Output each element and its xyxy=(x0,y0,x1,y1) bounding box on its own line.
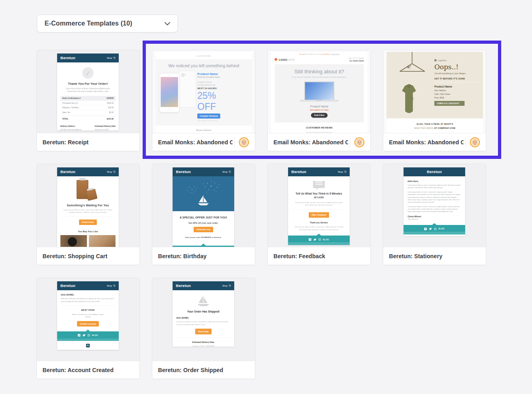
template-thumbnail[interactable]: Beretun Shop Your Order Has Shipped! Hel… xyxy=(152,278,255,361)
brand-logo: Beretun xyxy=(427,170,442,174)
template-category-label: E-Commerce Templates (10) xyxy=(45,20,132,27)
cart-icon xyxy=(113,171,115,173)
product-subtitle: Phone by Company Name. xyxy=(197,76,220,79)
template-card-abandoned-cart-2[interactable]: LOGOHERE We noticed you left something b… xyxy=(152,50,255,151)
paragraph: Lorem ipsum dolor sit amet, consectetur … xyxy=(408,191,461,203)
logo-placeholder: LogoHere xyxy=(438,59,447,62)
product-name: Product Name xyxy=(278,105,361,108)
feedback-title: Tell Us What You Think in 5 Minutes or L… xyxy=(295,192,343,199)
preview-confirm-button: Confirm account xyxy=(77,321,99,327)
cart1-subtext: If you still can't decided, check out th… xyxy=(278,76,361,78)
email-preview-cart3: LogoHere Oops..! You left something on y… xyxy=(387,52,483,133)
divider xyxy=(176,337,231,338)
customer-reviews-label: CUSTOMER REVIEWS xyxy=(271,126,367,129)
product-color: Color: Olive Green xyxy=(434,93,478,95)
template-title: Beretun: Feedback xyxy=(273,253,365,259)
product-image-flasks xyxy=(57,178,119,203)
brand-mark: B xyxy=(86,344,90,347)
promo-code-text: Enter promo code CELEBRATE at checkout. xyxy=(173,236,234,238)
receipt-table: Order Confirmation #2345678 Purchased It… xyxy=(60,96,115,122)
template-card-abandoned-cart-1[interactable]: Discount Email Worth this in the last 24… xyxy=(267,50,371,151)
suggested-product-image xyxy=(60,235,87,247)
product-name: Product Name xyxy=(434,85,478,88)
divider xyxy=(61,306,115,306)
shopping-body: Lorem ipsum dolor sit amet, consectetur … xyxy=(61,208,115,214)
buyers-opinion-label: Buyers Opinion xyxy=(156,129,252,131)
label-divider xyxy=(465,137,466,148)
product-name: Product Name xyxy=(197,72,220,76)
paragraph: Lorem ipsum dolor sit amet, consectetur … xyxy=(408,184,461,189)
template-category-select[interactable]: E-Commerce Templates (10) xyxy=(37,15,178,32)
hanger-illustration xyxy=(392,52,428,84)
template-card-order-shipped[interactable]: Beretun Shop Your Order Has Shipped! Hel… xyxy=(152,278,255,379)
template-card-birthday[interactable]: Beretun Shop A SPECIAL OFFER JUST xyxy=(152,164,255,265)
email-preview-receipt: Beretun Shop ✓ Thank You For Your Order!… xyxy=(57,54,119,131)
template-thumbnail[interactable]: Beretun Shop Tell Us What You Think in 5… xyxy=(268,164,370,247)
template-title: Beretun: Receipt xyxy=(43,139,134,146)
template-card-feedback[interactable]: Beretun Shop Tell Us What You Think in 5… xyxy=(267,164,371,265)
email-preview-cart1: Discount Email Worth this in the last 24… xyxy=(271,52,367,133)
template-card-stationery[interactable]: Beretun Hello there, Lorem ipsum dolor s… xyxy=(383,164,486,265)
brand-logo: Beretun xyxy=(60,170,75,174)
template-title: Email Monks: Abandoned Cart 1 xyxy=(273,139,348,146)
feedback-body-2: Lorem ipsum dolor sit amet, consectetur … xyxy=(293,225,344,231)
delivery-date-label: Estimated Delivery Date xyxy=(95,125,115,127)
template-thumbnail[interactable]: Beretun Shop Hello (NAME), Welcome to Be… xyxy=(37,278,139,361)
brand-logo: Beretun xyxy=(60,284,75,288)
email-monks-badge-icon xyxy=(470,137,480,148)
template-thumbnail[interactable]: Discount Email Worth this in the last 24… xyxy=(268,50,370,133)
template-card-beretun-receipt[interactable]: Beretun Shop ✓ Thank You For Your Order!… xyxy=(36,50,140,151)
urgency-text: GET IT BEFORE IT'S GONE xyxy=(434,77,478,79)
email-preview-stationery: Beretun Hello there, Lorem ipsum dolor s… xyxy=(404,167,465,236)
twitter-icon xyxy=(313,238,316,241)
cart3-headline: Oops..! xyxy=(434,63,478,71)
cart-icon xyxy=(344,171,346,173)
label-divider xyxy=(350,137,350,148)
email-preview-feedback: Beretun Shop Tell Us What You Think in 5… xyxy=(288,167,350,245)
shop-link: Shop xyxy=(107,57,112,59)
cart-icon xyxy=(113,285,115,287)
email-preview-birthday: Beretun Shop A SPECIAL OFFER JUST xyxy=(173,167,234,247)
email-footer: BLOG xyxy=(57,331,119,338)
blog-link: BLOG xyxy=(438,228,444,230)
brand-logo: Beretun xyxy=(176,284,191,288)
cart-expiry-text: Cart expires in 7 days xyxy=(278,109,361,111)
twitter-icon xyxy=(429,228,432,230)
divider xyxy=(291,209,346,210)
template-thumbnail[interactable]: LOGOHERE We noticed you left something b… xyxy=(152,50,255,133)
hero-fireworks-sailboat xyxy=(173,176,234,211)
camera-icon xyxy=(182,73,185,77)
divider xyxy=(60,216,115,217)
shipped-title: Your Order Has Shipped! xyxy=(173,310,234,313)
instagram-icon xyxy=(318,238,321,241)
template-thumbnail[interactable]: Beretun Shop A SPECIAL OFFER JUST xyxy=(152,164,255,247)
speech-bubble-icon xyxy=(313,181,325,188)
logo-placeholder: LOGOHERE xyxy=(275,58,295,61)
template-thumbnail[interactable]: Beretun Shop Something's Waiting For You… xyxy=(37,164,139,247)
product-size: Size: Medium xyxy=(434,89,478,92)
template-thumbnail[interactable]: LogoHere Oops..! You left something on y… xyxy=(383,50,486,133)
template-thumbnail[interactable]: Beretun Shop ✓ Thank You For Your Order!… xyxy=(37,50,139,133)
sailboat-icon xyxy=(196,295,211,308)
cart1-headline: Still thinking about it? xyxy=(278,69,361,75)
template-card-abandoned-cart-3[interactable]: LogoHere Oops..! You left something on y… xyxy=(383,50,486,151)
shop-link: Shop xyxy=(107,171,112,173)
facebook-icon xyxy=(78,334,81,337)
template-card-shopping-cart[interactable]: Beretun Shop Something's Waiting For You… xyxy=(36,164,140,265)
email-footer: BLOG xyxy=(404,225,465,232)
template-grid: Beretun Shop ✓ Thank You For Your Order!… xyxy=(36,50,486,379)
email-preview-shopping: Beretun Shop Something's Waiting For You… xyxy=(57,167,119,247)
instagram-icon xyxy=(434,227,437,230)
birthday-title: A SPECIAL OFFER JUST FOR YOU! xyxy=(173,216,234,219)
discount-off: OFF xyxy=(197,102,220,111)
phone-back xyxy=(178,71,196,108)
discount-percent: 25% xyxy=(197,91,220,101)
welcome-text: Welcome to Beretun and thanks for signin… xyxy=(61,298,115,303)
delivery-date-value: January 1, 2016 - 1:30PM EST xyxy=(173,345,234,347)
template-title: Beretun: Order Shipped xyxy=(158,367,249,373)
confirm-label: Order Confirmation # xyxy=(62,97,81,99)
template-thumbnail[interactable]: Beretun Hello there, Lorem ipsum dolor s… xyxy=(383,164,486,247)
shop-link: Shop xyxy=(222,285,228,287)
check-circle-icon: ✓ xyxy=(82,67,94,79)
template-card-account-created[interactable]: Beretun Shop Hello (NAME), Welcome to Be… xyxy=(36,278,140,379)
